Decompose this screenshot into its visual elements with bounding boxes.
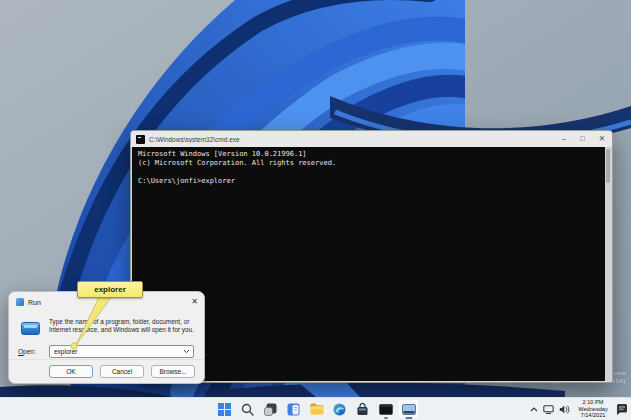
open-label: Open: [18, 348, 49, 355]
run-dialog[interactable]: Run ✕ Type the name of a program, folder… [8, 291, 205, 384]
system-tray: 2:10 PM Wednesday 7/14/2021 [530, 398, 628, 420]
hidden-icons-button[interactable] [530, 407, 538, 412]
edge-button[interactable] [329, 399, 350, 419]
desktop[interactable]: Windows 11 Pro Insider Preview Evaluatio… [0, 0, 631, 397]
chevron-down-icon[interactable] [183, 349, 190, 354]
cmd-prompt-line: C:\Users\jonfi>explorer [138, 177, 611, 186]
clock-date: 7/14/2021 [575, 412, 611, 418]
notification-center-button[interactable] [616, 404, 628, 415]
file-explorer-button[interactable] [306, 399, 327, 419]
ok-button[interactable]: OK [49, 365, 93, 378]
cmd-version-line: Microsoft Windows [Version 10.0.21996.1] [138, 150, 611, 159]
active-window-icon [402, 404, 416, 415]
run-program-icon [21, 322, 40, 335]
store-bag-icon [356, 403, 369, 416]
chevron-up-icon [530, 407, 538, 412]
taskbar-center-icons [214, 398, 419, 420]
cmd-scrollbar-thumb[interactable] [606, 149, 610, 183]
callout-explorer: explorer [77, 281, 143, 298]
run-close-button[interactable]: ✕ [191, 297, 198, 307]
volume-button[interactable] [559, 405, 570, 414]
close-button[interactable]: ✕ [599, 131, 605, 147]
run-dialog-icon [16, 298, 24, 306]
cmd-window-title: C:\Windows\system32\cmd.exe [149, 136, 558, 143]
search-button[interactable] [237, 399, 258, 419]
run-dialog-body: Type the name of a program, folder, docu… [9, 310, 204, 358]
search-icon [241, 403, 254, 416]
open-combobox[interactable]: explorer [49, 345, 194, 358]
network-button[interactable] [543, 405, 554, 414]
cmd-copyright-line: (c) Microsoft Corporation. All rights re… [138, 159, 611, 168]
file-explorer-icon [310, 403, 324, 415]
run-dialog-title: Run [28, 299, 187, 306]
cmd-icon [136, 135, 145, 144]
cmd-window-controls: – □ ✕ [562, 131, 605, 147]
running-indicator-active [405, 417, 412, 419]
widgets-button[interactable] [283, 399, 304, 419]
browse-button[interactable]: Browse... [151, 365, 195, 378]
clock[interactable]: 2:10 PM Wednesday 7/14/2021 [575, 399, 611, 418]
cancel-button[interactable]: Cancel [100, 365, 144, 378]
maximize-button[interactable]: □ [580, 131, 585, 147]
network-icon [543, 405, 554, 414]
active-window-taskbar-button[interactable] [398, 399, 419, 419]
running-indicator [384, 417, 388, 419]
command-prompt-icon [379, 404, 393, 415]
cmd-titlebar[interactable]: C:\Windows\system32\cmd.exe – □ ✕ [131, 131, 612, 147]
taskbar[interactable]: 2:10 PM Wednesday 7/14/2021 [0, 397, 631, 420]
cmd-scrollbar[interactable] [605, 147, 611, 381]
run-description: Type the name of a program, folder, docu… [49, 318, 195, 335]
run-divider [9, 359, 204, 360]
windows-start-icon [218, 403, 231, 416]
notification-bubble-icon [616, 404, 628, 415]
edge-icon [333, 403, 346, 416]
task-view-icon [264, 403, 277, 416]
speaker-icon [559, 405, 570, 414]
open-combobox-value[interactable]: explorer [54, 348, 183, 355]
widgets-icon [287, 403, 300, 416]
callout-label: explorer [94, 285, 126, 294]
cmd-blank-line [138, 168, 611, 177]
task-view-button[interactable] [260, 399, 281, 419]
start-button[interactable] [214, 399, 235, 419]
command-prompt-taskbar-button[interactable] [375, 399, 396, 419]
minimize-button[interactable]: – [562, 131, 566, 147]
store-button[interactable] [352, 399, 373, 419]
